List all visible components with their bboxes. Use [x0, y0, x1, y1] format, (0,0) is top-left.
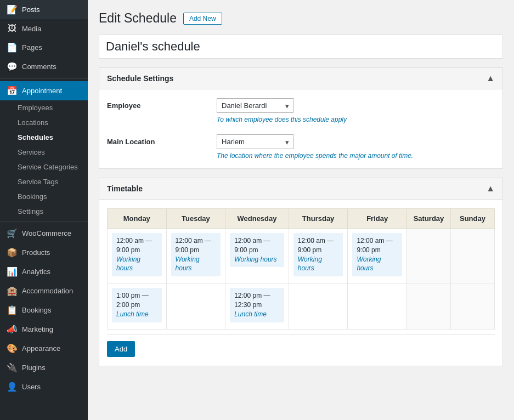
bookings-icon: 📋 [7, 305, 18, 315]
slot-tue-0-label: Working hours [176, 255, 217, 274]
slot-mon-0-time: 12:00 am — 9:00 pm [116, 236, 157, 255]
slot-mon-0-label: Working hours [116, 255, 157, 274]
slot-fri-0-label: Working hours [357, 255, 398, 274]
timetable-row-0: 12:00 am — 9:00 pm Working hours 12:00 a… [108, 229, 495, 283]
slot-wed-0-label: Working hours [234, 255, 280, 264]
sidebar-item-posts[interactable]: 📝 Posts [0, 0, 88, 19]
schedule-name-input[interactable] [99, 35, 503, 59]
sidebar-item-woocommerce[interactable]: 🛒 WooCommerce [0, 224, 88, 243]
schedule-settings-title: Schedule Settings [107, 74, 173, 83]
col-friday: Friday [348, 209, 407, 229]
sidebar-item-appointment[interactable]: 📅 Appointment [0, 81, 88, 100]
slot-wed-0[interactable]: 12:00 am — 9:00 pm Working hours [230, 233, 284, 267]
pages-icon: 📄 [7, 42, 18, 53]
cell-mon-1[interactable]: 1:00 pm — 2:00 pm Lunch time [108, 283, 167, 329]
main-content: Edit Schedule Add New Schedule Settings … [88, 0, 514, 420]
divider-2 [0, 221, 88, 222]
slot-fri-0-time: 12:00 am — 9:00 pm [357, 236, 398, 255]
slot-mon-1-time: 1:00 pm — 2:00 pm [116, 291, 157, 310]
cell-sun-1 [450, 283, 494, 329]
sidebar-sub-item-settings[interactable]: Settings [0, 204, 88, 219]
sidebar-sub-item-locations[interactable]: Locations [0, 115, 88, 130]
slot-mon-1-label: Lunch time [116, 310, 157, 319]
slot-thu-0-time: 12:00 am — 9:00 pm [298, 236, 339, 255]
cell-wed-0[interactable]: 12:00 am — 9:00 pm Working hours [225, 229, 289, 283]
products-icon: 📦 [7, 247, 18, 258]
cell-fri-1 [348, 283, 407, 329]
cell-tue-1 [166, 283, 225, 329]
sidebar-item-plugins[interactable]: 🔌 Plugins [0, 358, 88, 377]
slot-wed-1[interactable]: 12:00 pm — 12:30 pm Lunch time [230, 288, 284, 322]
cell-tue-0[interactable]: 12:00 am — 9:00 pm Working hours [166, 229, 225, 283]
add-button[interactable]: Add [107, 341, 135, 357]
employee-select-wrapper: Daniel Berardi [217, 98, 293, 113]
media-icon: 🖼 [7, 24, 18, 33]
location-row: Main Location Harlem The location where … [107, 134, 495, 160]
sidebar-sub-item-employees[interactable]: Employees [0, 100, 88, 115]
appointment-icon: 📅 [7, 86, 18, 96]
sidebar-item-analytics[interactable]: 📊 Analytics [0, 262, 88, 281]
employee-label: Employee [107, 98, 206, 110]
col-sunday: Sunday [450, 209, 494, 229]
sidebar-item-users[interactable]: 👤 Users [0, 377, 88, 396]
slot-wed-1-label: Lunch time [234, 310, 280, 319]
employee-select[interactable]: Daniel Berardi [217, 98, 293, 113]
location-select[interactable]: Harlem [217, 134, 293, 149]
slot-fri-0[interactable]: 12:00 am — 9:00 pm Working hours [352, 233, 402, 276]
divider-1 [0, 78, 88, 79]
employee-field: Daniel Berardi To which employee does th… [217, 98, 495, 123]
sidebar-item-media[interactable]: 🖼 Media [0, 19, 88, 38]
add-new-button[interactable]: Add New [183, 13, 222, 25]
timetable-row-1: 1:00 pm — 2:00 pm Lunch time 12:00 pm — … [108, 283, 495, 329]
page-header: Edit Schedule Add New [99, 11, 503, 26]
schedule-settings-panel: Schedule Settings ▲ Employee Daniel Bera… [99, 67, 503, 169]
timetable-header: Timetable ▲ [99, 178, 502, 200]
col-saturday: Saturday [406, 209, 450, 229]
slot-thu-0-label: Working hours [298, 255, 339, 274]
col-wednesday: Wednesday [225, 209, 289, 229]
appearance-icon: 🎨 [7, 343, 18, 354]
sidebar-item-appearance[interactable]: 🎨 Appearance [0, 339, 88, 358]
cell-thu-1 [289, 283, 348, 329]
schedule-settings-toggle[interactable]: ▲ [486, 73, 495, 83]
slot-thu-0[interactable]: 12:00 am — 9:00 pm Working hours [293, 233, 343, 276]
location-label: Main Location [107, 134, 206, 146]
accommodation-icon: 🏨 [7, 286, 18, 296]
cell-thu-0[interactable]: 12:00 am — 9:00 pm Working hours [289, 229, 348, 283]
cell-mon-0[interactable]: 12:00 am — 9:00 pm Working hours [108, 229, 167, 283]
timetable-toggle[interactable]: ▲ [486, 184, 495, 194]
marketing-icon: 📣 [7, 324, 18, 334]
sidebar-sub-item-service-categories[interactable]: Service Categories [0, 160, 88, 174]
employee-hint: To which employee does this schedule app… [217, 116, 495, 123]
sidebar-item-comments[interactable]: 💬 Comments [0, 57, 88, 76]
comments-icon: 💬 [7, 61, 18, 72]
schedule-settings-header: Schedule Settings ▲ [99, 68, 502, 89]
timetable-table: Monday Tuesday Wednesday Thursday Friday… [107, 208, 495, 330]
location-select-wrapper: Harlem [217, 134, 293, 149]
slot-mon-0[interactable]: 12:00 am — 9:00 pm Working hours [112, 233, 162, 276]
sidebar-sub-item-bookings[interactable]: Bookings [0, 189, 88, 204]
woocommerce-icon: 🛒 [7, 228, 18, 239]
employee-row: Employee Daniel Berardi To which employe… [107, 98, 495, 123]
col-monday: Monday [108, 209, 167, 229]
plugins-icon: 🔌 [7, 362, 18, 373]
sidebar-sub-item-services[interactable]: Services [0, 145, 88, 160]
sidebar-item-accommodation[interactable]: 🏨 Accommodation [0, 281, 88, 300]
slot-tue-0[interactable]: 12:00 am — 9:00 pm Working hours [171, 233, 221, 276]
sidebar-item-products[interactable]: 📦 Products [0, 243, 88, 262]
sidebar-item-pages[interactable]: 📄 Pages [0, 38, 88, 57]
cell-sat-0 [406, 229, 450, 283]
schedule-settings-body: Employee Daniel Berardi To which employe… [99, 89, 502, 168]
sidebar-item-marketing[interactable]: 📣 Marketing [0, 320, 88, 339]
sidebar-sub-item-schedules[interactable]: Schedules [0, 130, 88, 145]
cell-fri-0[interactable]: 12:00 am — 9:00 pm Working hours [348, 229, 407, 283]
sidebar: 📝 Posts 🖼 Media 📄 Pages 💬 Comments 📅 App… [0, 0, 88, 420]
users-icon: 👤 [7, 382, 18, 392]
cell-wed-1[interactable]: 12:00 pm — 12:30 pm Lunch time [225, 283, 289, 329]
location-hint: The location where the employee spends t… [217, 152, 495, 160]
slot-mon-1[interactable]: 1:00 pm — 2:00 pm Lunch time [112, 288, 162, 322]
col-thursday: Thursday [289, 209, 348, 229]
sidebar-item-bookings2[interactable]: 📋 Bookings [0, 300, 88, 320]
sidebar-sub-item-service-tags[interactable]: Service Tags [0, 174, 88, 189]
col-tuesday: Tuesday [166, 209, 225, 229]
